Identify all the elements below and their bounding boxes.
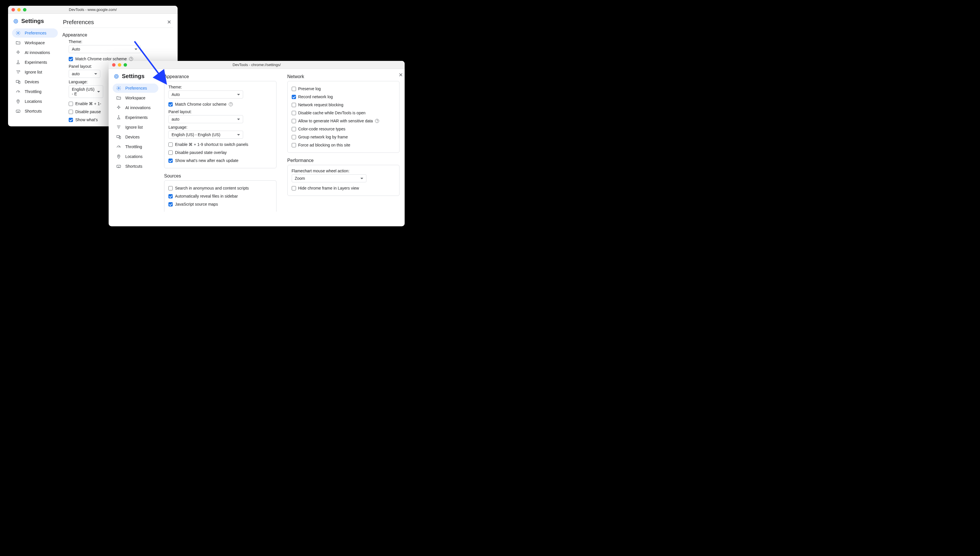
zoom-dot-icon[interactable] xyxy=(123,63,127,66)
folder-icon xyxy=(116,95,121,100)
theme-label: Theme: xyxy=(168,85,272,89)
checkbox-search-anonymous[interactable] xyxy=(168,186,173,191)
checkbox-request-blocking[interactable] xyxy=(292,103,296,107)
sidebar-item-label: Preferences xyxy=(25,31,46,36)
panel-layout-value: auto xyxy=(172,117,179,121)
filter-icon xyxy=(116,124,121,130)
checkbox-js-source-maps[interactable] xyxy=(168,202,173,207)
sidebar-item-label: Workspace xyxy=(25,40,45,45)
sidebar-item-experiments[interactable]: Experiments xyxy=(113,113,158,122)
preferences-pane-large: ✕ Appearance Theme: Auto Match Chrome co… xyxy=(162,69,405,226)
keyboard-icon xyxy=(116,164,121,169)
sidebar-item-throttling[interactable]: Throttling xyxy=(12,87,58,96)
checkbox-preserve-log[interactable] xyxy=(292,87,296,91)
minimize-dot-icon[interactable] xyxy=(118,63,121,66)
label-search-anonymous: Search in anonymous and content scripts xyxy=(175,186,249,191)
traffic-lights xyxy=(8,8,26,11)
checkbox-hide-chrome-frame[interactable] xyxy=(292,186,296,191)
language-select[interactable]: English (US) - E xyxy=(69,85,103,98)
theme-select[interactable]: Auto xyxy=(168,91,243,99)
sidebar-item-workspace[interactable]: Workspace xyxy=(113,93,158,102)
help-icon[interactable]: ? xyxy=(129,57,133,61)
sidebar-item-shortcuts[interactable]: Shortcuts xyxy=(12,107,58,116)
panel-layout-label: Panel layout: xyxy=(168,110,272,114)
sidebar-item-locations[interactable]: Locations xyxy=(12,97,58,106)
settings-sidebar: Settings Preferences Workspace AI innova… xyxy=(109,69,162,226)
theme-select[interactable]: Auto xyxy=(69,45,141,53)
sidebar-item-preferences[interactable]: Preferences xyxy=(12,28,58,38)
section-appearance: Appearance xyxy=(62,32,172,38)
checkbox-match-color[interactable] xyxy=(168,102,173,107)
label-request-blocking: Network request blocking xyxy=(298,102,343,107)
minimize-dot-icon[interactable] xyxy=(17,8,21,11)
devtools-logo-icon xyxy=(114,74,119,79)
sidebar-item-ai-innovations[interactable]: AI innovations xyxy=(113,103,158,112)
checkbox-show-whats-new[interactable] xyxy=(69,118,73,122)
sidebar-item-label: Ignore list xyxy=(125,125,143,129)
label-show-whats-new: Show what's xyxy=(75,118,98,122)
sidebar-item-label: Shortcuts xyxy=(25,109,42,113)
sidebar-item-devices[interactable]: Devices xyxy=(12,77,58,86)
checkbox-record-network[interactable] xyxy=(292,95,296,99)
settings-heading-label: Settings xyxy=(21,18,44,24)
panel-layout-value: auto xyxy=(72,71,79,76)
sidebar-item-shortcuts[interactable]: Shortcuts xyxy=(113,162,158,171)
devtools-logo-icon xyxy=(13,19,18,24)
label-match-color: Match Chrome color scheme xyxy=(175,102,227,107)
settings-heading: Settings xyxy=(113,73,158,79)
sidebar-item-preferences[interactable]: Preferences xyxy=(113,84,158,93)
sidebar-item-ai-innovations[interactable]: AI innovations xyxy=(12,48,58,57)
flame-value: Zoom xyxy=(295,176,305,181)
folder-icon xyxy=(16,40,21,45)
checkbox-disable-paused[interactable] xyxy=(69,110,73,114)
checkbox-group-by-frame[interactable] xyxy=(292,135,296,139)
gauge-icon xyxy=(116,144,121,149)
filter-icon xyxy=(16,70,21,75)
sidebar-item-label: Locations xyxy=(125,154,143,159)
sidebar-item-locations[interactable]: Locations xyxy=(113,152,158,161)
sidebar-item-ignore-list[interactable]: Ignore list xyxy=(113,123,158,132)
devtools-window-large: DevTools - chrome://settings/ Settings P… xyxy=(109,61,405,226)
checkbox-show-whats-new[interactable] xyxy=(168,158,173,163)
svg-point-2 xyxy=(18,32,19,34)
sidebar-item-label: AI innovations xyxy=(125,105,151,110)
appearance-card: Theme: Auto Match Chrome color scheme ? … xyxy=(164,81,277,168)
language-select[interactable]: English (US) - English (US) xyxy=(168,131,243,139)
flame-select[interactable]: Zoom xyxy=(292,175,366,183)
checkbox-disable-cache[interactable] xyxy=(292,111,296,115)
section-network: Network xyxy=(287,74,400,79)
checkbox-har-sensitive[interactable] xyxy=(292,119,296,123)
panel-layout-select[interactable]: auto xyxy=(168,115,243,123)
sidebar-item-experiments[interactable]: Experiments xyxy=(12,58,58,67)
flask-icon xyxy=(16,60,21,65)
checkbox-disable-paused[interactable] xyxy=(168,150,173,155)
close-icon[interactable]: ✕ xyxy=(165,18,173,26)
checkbox-match-color[interactable] xyxy=(69,57,73,61)
theme-value: Auto xyxy=(72,47,80,52)
checkbox-enable-19[interactable] xyxy=(69,102,73,106)
sidebar-item-label: Throttling xyxy=(125,144,142,149)
sidebar-item-ignore-list[interactable]: Ignore list xyxy=(12,68,58,77)
flame-label: Flamechart mouse wheel action: xyxy=(292,168,395,173)
traffic-lights xyxy=(109,63,127,66)
close-dot-icon[interactable] xyxy=(11,8,15,11)
sidebar-item-throttling[interactable]: Throttling xyxy=(113,142,158,151)
sidebar-item-devices[interactable]: Devices xyxy=(113,133,158,142)
label-disable-cache: Disable cache while DevTools is open xyxy=(298,111,366,115)
close-icon[interactable]: ✕ xyxy=(397,71,405,79)
help-icon[interactable]: ? xyxy=(375,119,379,123)
checkbox-color-code[interactable] xyxy=(292,127,296,131)
checkbox-force-ad-blocking[interactable] xyxy=(292,143,296,147)
help-icon[interactable]: ? xyxy=(229,102,233,106)
panel-layout-select[interactable]: auto xyxy=(69,70,100,78)
zoom-dot-icon[interactable] xyxy=(23,8,26,11)
close-dot-icon[interactable] xyxy=(112,63,115,66)
language-value: English (US) - E xyxy=(72,87,94,96)
checkbox-enable-19[interactable] xyxy=(168,142,173,147)
devices-icon xyxy=(116,134,121,140)
flask-icon xyxy=(116,115,121,120)
sidebar-item-workspace[interactable]: Workspace xyxy=(12,38,58,47)
checkbox-auto-reveal[interactable] xyxy=(168,194,173,199)
sidebar-item-label: Workspace xyxy=(125,95,146,100)
svg-point-0 xyxy=(14,19,18,23)
